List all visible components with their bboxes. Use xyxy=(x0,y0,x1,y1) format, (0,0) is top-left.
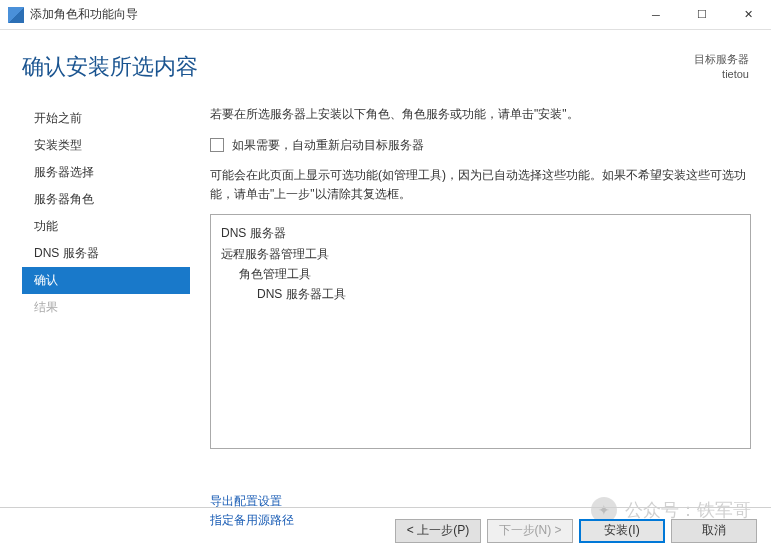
window-controls: ─ ☐ ✕ xyxy=(633,0,771,30)
close-button[interactable]: ✕ xyxy=(725,0,771,30)
sidebar-item-dns-server[interactable]: DNS 服务器 xyxy=(22,240,190,267)
install-button[interactable]: 安装(I) xyxy=(579,519,665,543)
wizard-footer: < 上一步(P) 下一步(N) > 安装(I) 取消 xyxy=(0,507,771,553)
window-title: 添加角色和功能向导 xyxy=(30,6,633,23)
app-icon xyxy=(8,7,24,23)
minimize-button[interactable]: ─ xyxy=(633,0,679,30)
sidebar-item-features[interactable]: 功能 xyxy=(22,213,190,240)
target-server-label: 目标服务器 xyxy=(694,52,749,67)
target-server-info: 目标服务器 tietou xyxy=(694,52,749,83)
restart-checkbox[interactable] xyxy=(210,138,224,152)
cancel-button[interactable]: 取消 xyxy=(671,519,757,543)
content-area: 若要在所选服务器上安装以下角色、角色服务或功能，请单击"安装"。 如果需要，自动… xyxy=(190,93,771,488)
page-title: 确认安装所选内容 xyxy=(22,52,198,82)
next-button: 下一步(N) > xyxy=(487,519,573,543)
sidebar-item-server-roles[interactable]: 服务器角色 xyxy=(22,186,190,213)
main-body: 开始之前 安装类型 服务器选择 服务器角色 功能 DNS 服务器 确认 结果 若… xyxy=(0,93,771,488)
sidebar-item-confirm[interactable]: 确认 xyxy=(22,267,190,294)
sidebar-item-install-type[interactable]: 安装类型 xyxy=(22,132,190,159)
confirm-item: 远程服务器管理工具 xyxy=(221,244,740,264)
restart-checkbox-row[interactable]: 如果需要，自动重新启动目标服务器 xyxy=(210,137,751,154)
confirm-item: 角色管理工具 xyxy=(221,264,740,284)
confirm-item: DNS 服务器 xyxy=(221,223,740,243)
intro-text: 若要在所选服务器上安装以下角色、角色服务或功能，请单击"安装"。 xyxy=(210,105,751,123)
maximize-button[interactable]: ☐ xyxy=(679,0,725,30)
optional-features-note: 可能会在此页面上显示可选功能(如管理工具)，因为已自动选择这些功能。如果不希望安… xyxy=(210,166,751,204)
target-server-name: tietou xyxy=(694,67,749,82)
titlebar: 添加角色和功能向导 ─ ☐ ✕ xyxy=(0,0,771,30)
sidebar-item-before-start[interactable]: 开始之前 xyxy=(22,105,190,132)
sidebar-item-results: 结果 xyxy=(22,294,190,321)
header: 确认安装所选内容 目标服务器 tietou xyxy=(0,30,771,93)
sidebar-item-server-select[interactable]: 服务器选择 xyxy=(22,159,190,186)
confirm-item: DNS 服务器工具 xyxy=(221,284,740,304)
wizard-sidebar: 开始之前 安装类型 服务器选择 服务器角色 功能 DNS 服务器 确认 结果 xyxy=(22,93,190,488)
restart-checkbox-label: 如果需要，自动重新启动目标服务器 xyxy=(232,137,424,154)
confirm-selection-box: DNS 服务器 远程服务器管理工具 角色管理工具 DNS 服务器工具 xyxy=(210,214,751,449)
previous-button[interactable]: < 上一步(P) xyxy=(395,519,481,543)
